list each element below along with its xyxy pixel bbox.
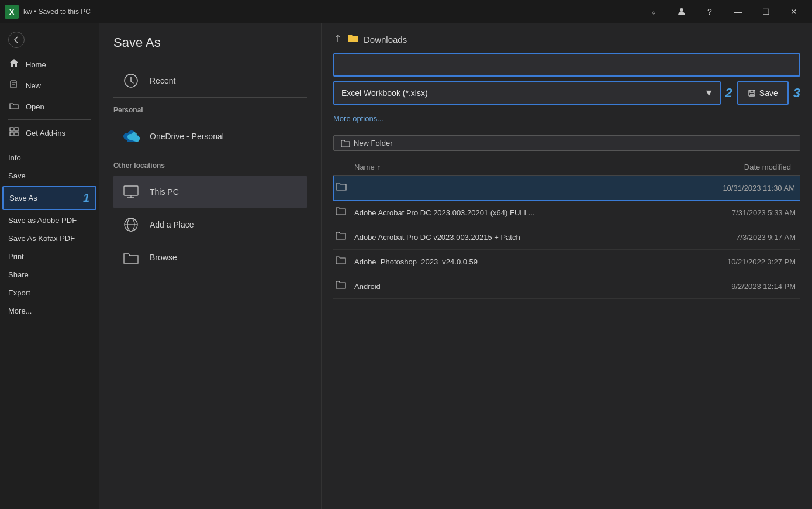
sidebar-item-new-label: New — [26, 81, 41, 90]
svg-rect-2 — [10, 128, 13, 131]
table-row[interactable]: 10/31/2023 11:30 AM — [333, 176, 800, 201]
file-panel: Downloads Excel Workbook (*.xlsx) ▼ 2 — [322, 23, 812, 509]
save-as-badge: 1 — [83, 191, 89, 205]
more-options-link[interactable]: More options... — [333, 114, 800, 123]
sidebar-item-more[interactable]: More... — [0, 302, 99, 320]
sidebar-item-save[interactable]: Save — [0, 167, 99, 185]
save-badge: 3 — [793, 85, 800, 101]
excel-icon: X — [5, 5, 19, 19]
help-button[interactable]: ? — [696, 0, 723, 23]
sidebar-item-print[interactable]: Print — [0, 247, 99, 266]
col-sort-icon: ↑ — [377, 163, 381, 171]
location-add-place[interactable]: Add a Place — [113, 208, 307, 241]
sidebar-item-save-kofax[interactable]: Save As Kofax PDF — [0, 229, 99, 247]
new-folder-button[interactable]: New Folder — [333, 135, 800, 151]
sidebar-item-export[interactable]: Export — [0, 284, 99, 302]
save-button[interactable]: Save — [738, 82, 787, 104]
sidebar-item-open[interactable]: Open — [0, 96, 99, 117]
filetype-select[interactable]: Excel Workbook (*.xlsx) — [334, 82, 720, 104]
main-divider — [333, 129, 800, 129]
sidebar-item-info[interactable]: Info — [0, 149, 99, 167]
filetype-save-row: Excel Workbook (*.xlsx) ▼ 2 Save 3 — [333, 81, 800, 105]
this-pc-label: This PC — [150, 187, 179, 197]
breadcrumb-bar: Downloads — [333, 33, 800, 46]
file-list: 10/31/2023 11:30 AM Adobe Acrobat Pro DC… — [333, 176, 800, 500]
app-body: Home New Open Get Add-ins Info Save S — [0, 23, 812, 509]
breadcrumb-folder-icon — [347, 33, 359, 46]
addins-icon — [8, 127, 20, 139]
file-row-name: Adobe Acrobat Pro DC v2023.003.20215 + P… — [354, 233, 683, 242]
personal-group-label: Personal — [113, 106, 307, 114]
locations-panel: Save As Recent Personal OneDrive - Perso… — [99, 23, 322, 509]
back-icon — [8, 32, 25, 48]
sidebar-item-home-label: Home — [26, 60, 46, 69]
filename-input[interactable] — [334, 54, 799, 75]
other-locations-label: Other locations — [113, 161, 307, 170]
titlebar-title: kw • Saved to this PC — [23, 8, 91, 16]
titlebar-right: ⬦ ? — ☐ ✕ — [640, 0, 807, 23]
open-icon — [8, 101, 20, 112]
folder-icon — [333, 231, 354, 243]
folder-icon — [333, 280, 354, 293]
panel-title: Save As — [113, 35, 307, 50]
col-date: Date modified — [683, 163, 800, 171]
file-row-date: 10/21/2022 3:27 PM — [683, 257, 800, 266]
folder-icon — [334, 182, 355, 194]
titlebar: X kw • Saved to this PC ⬦ ? — ☐ ✕ — [0, 0, 812, 23]
svg-point-0 — [680, 8, 683, 12]
svg-rect-7 — [124, 186, 138, 195]
table-row[interactable]: Adobe Acrobat Pro DC 2023.003.20201 (x64… — [333, 201, 800, 225]
browse-icon — [120, 247, 141, 268]
back-button[interactable] — [0, 26, 99, 54]
sidebar: Home New Open Get Add-ins Info Save S — [0, 23, 99, 509]
sidebar-item-save-as-label: Save As — [9, 194, 37, 202]
col-name-label: Name — [354, 163, 375, 171]
sidebar-divider-1 — [8, 119, 91, 120]
filetype-badge: 2 — [725, 85, 732, 101]
titlebar-left: X kw • Saved to this PC — [5, 5, 91, 19]
sidebar-item-save-adobe[interactable]: Save as Adobe PDF — [0, 211, 99, 229]
svg-rect-4 — [10, 132, 13, 136]
new-folder-label: New Folder — [354, 139, 392, 147]
add-place-label: Add a Place — [150, 220, 194, 229]
file-row-name: Android — [354, 282, 683, 291]
file-row-name: Adobe_Photoshop_2023_v24.0.0.59 — [354, 257, 683, 266]
file-row-date: 7/31/2023 5:33 AM — [683, 208, 800, 217]
location-onedrive[interactable]: OneDrive - Personal — [113, 120, 307, 153]
new-icon — [8, 80, 20, 91]
person-button[interactable] — [668, 0, 695, 23]
add-place-icon — [120, 214, 141, 235]
svg-rect-5 — [15, 132, 18, 136]
sidebar-item-new[interactable]: New — [0, 75, 99, 96]
table-row[interactable]: Android 9/2/2023 12:14 PM — [333, 274, 800, 299]
sidebar-item-addins-label: Get Add-ins — [26, 129, 65, 137]
sidebar-item-save-as[interactable]: Save As 1 — [2, 186, 96, 210]
onedrive-icon — [120, 126, 141, 147]
breadcrumb-up-icon[interactable] — [333, 34, 343, 46]
save-button-wrapper: Save — [737, 81, 789, 105]
svg-rect-3 — [15, 128, 18, 131]
table-row[interactable]: Adobe_Photoshop_2023_v24.0.0.59 10/21/20… — [333, 250, 800, 274]
onedrive-label: OneDrive - Personal — [150, 132, 224, 141]
col-name[interactable]: Name ↑ — [354, 163, 683, 171]
filetype-wrapper: Excel Workbook (*.xlsx) ▼ — [333, 81, 721, 105]
file-row-date: 9/2/2023 12:14 PM — [683, 282, 800, 291]
recent-icon — [120, 70, 141, 91]
location-browse[interactable]: Browse — [113, 241, 307, 274]
maximize-button[interactable]: ☐ — [752, 0, 779, 23]
location-this-pc[interactable]: This PC — [113, 176, 307, 208]
save-button-label: Save — [759, 88, 778, 98]
sidebar-item-share[interactable]: Share — [0, 266, 99, 284]
file-row-name: Adobe Acrobat Pro DC 2023.003.20201 (x64… — [354, 208, 683, 217]
sidebar-item-home[interactable]: Home — [0, 54, 99, 75]
sidebar-divider-2 — [8, 146, 91, 146]
close-button[interactable]: ✕ — [780, 0, 807, 23]
diamond-button[interactable]: ⬦ — [640, 0, 667, 23]
file-row-date: 10/31/2023 11:30 AM — [683, 184, 800, 192]
minimize-button[interactable]: — — [724, 0, 751, 23]
home-icon — [8, 59, 20, 70]
sidebar-item-addins[interactable]: Get Add-ins — [0, 122, 99, 143]
location-recent[interactable]: Recent — [113, 64, 307, 97]
folder-icon — [333, 207, 354, 219]
table-row[interactable]: Adobe Acrobat Pro DC v2023.003.20215 + P… — [333, 225, 800, 250]
